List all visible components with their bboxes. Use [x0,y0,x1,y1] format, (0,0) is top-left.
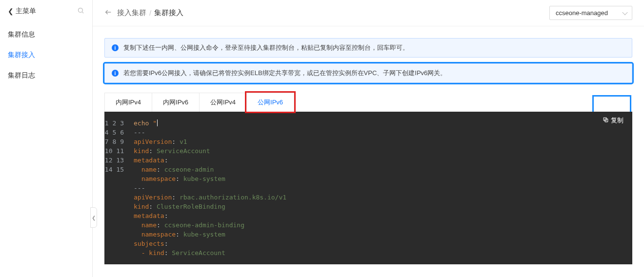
svg-point-0 [79,8,83,13]
content: i 复制下述任一内网、公网接入命令，登录至待接入集群控制台，粘贴已复制内容至控制… [93,26,644,277]
back-arrow-icon[interactable] [104,8,112,18]
sidebar-item-cluster-access[interactable]: 集群接入 [0,45,92,65]
breadcrumb-separator: / [149,9,151,17]
cluster-selector[interactable]: ccseone-managed [549,6,632,20]
code-line-numbers: 1 2 3 4 5 6 7 8 9 10 11 12 13 14 15 [104,112,129,264]
sidebar-item-cluster-info[interactable]: 集群信息 [0,24,92,45]
code-block: 复制 1 2 3 4 5 6 7 8 9 10 11 12 13 14 15 e… [104,112,632,264]
breadcrumb-parent[interactable]: 接入集群 [117,8,146,18]
topbar: 接入集群 / 集群接入 ccseone-managed [93,0,644,26]
sidebar-nav: 集群信息 集群接入 集群日志 [0,22,92,88]
main-menu-label: 主菜单 [16,7,36,16]
code-content[interactable]: echo " --- apiVersion: v1 kind: ServiceA… [129,112,632,264]
copy-button[interactable]: 复制 [599,112,627,129]
copy-button-label: 复制 [611,116,624,125]
chevron-left-icon: ❮ [8,7,14,15]
main: 接入集群 / 集群接入 ccseone-managed i 复制下述任一内网、公… [93,0,644,277]
alert-info-2: i 若您需要IPv6公网接入，请确保已将管控实例ELB绑定共享带宽，或已在管控实… [104,63,632,83]
breadcrumb-current: 集群接入 [154,8,183,18]
tabs: 内网IPv4 内网IPv6 公网IPv4 公网IPv6 [104,93,632,112]
alert-info-1: i 复制下述任一内网、公网接入命令，登录至待接入集群控制台，粘贴已复制内容至控制… [104,38,632,58]
search-icon[interactable] [77,7,84,16]
tab-intranet-ipv6[interactable]: 内网IPv6 [152,93,200,112]
sidebar-header: ❮ 主菜单 [0,0,92,22]
alert-text-2: 若您需要IPv6公网接入，请确保已将管控实例ELB绑定共享带宽，或已在管控实例所… [123,69,446,78]
sidebar-collapse-handle[interactable]: ❮ [90,207,97,228]
copy-icon [603,117,609,124]
sidebar: ❮ 主菜单 集群信息 集群接入 集群日志 [0,0,93,277]
cluster-selector-value: ccseone-managed [556,9,608,17]
info-icon: i [112,44,119,51]
main-menu-back[interactable]: ❮ 主菜单 [8,7,36,16]
svg-line-1 [82,12,83,13]
tab-intranet-ipv4[interactable]: 内网IPv4 [104,93,152,112]
tab-public-ipv4[interactable]: 公网IPv4 [199,93,247,112]
info-icon: i [112,70,119,77]
sidebar-item-cluster-logs[interactable]: 集群日志 [0,65,92,86]
chevron-left-icon: ❮ [92,215,96,220]
tab-public-ipv6[interactable]: 公网IPv6 [246,93,294,112]
breadcrumb: 接入集群 / 集群接入 [104,8,183,18]
alert-text-1: 复制下述任一内网、公网接入命令，登录至待接入集群控制台，粘贴已复制内容至控制台，… [123,43,409,52]
